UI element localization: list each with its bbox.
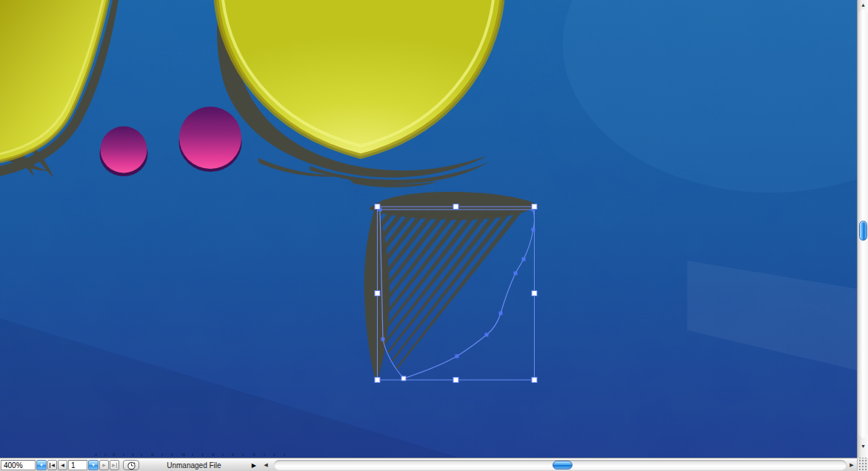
artwork-svg	[0, 0, 857, 458]
texture-tick	[181, 453, 185, 456]
selection-handle[interactable]	[453, 378, 458, 383]
texture-tick	[104, 453, 106, 456]
anchor-point-hollow[interactable]	[401, 376, 406, 381]
selection-handle[interactable]	[453, 204, 458, 210]
texture-tick	[222, 453, 224, 456]
texture-tick	[132, 453, 134, 456]
texture-tick	[273, 453, 276, 456]
pink-ball-large-shape	[179, 107, 241, 169]
scroll-left-arrow[interactable]: ◀	[261, 460, 271, 470]
zoom-level-field[interactable]: 400%	[1, 460, 36, 470]
bar-icon	[116, 463, 117, 468]
texture-tick	[141, 453, 142, 456]
right-arrow-icon: ▶	[102, 463, 106, 467]
document-canvas[interactable]	[0, 0, 857, 458]
texture-tick	[113, 453, 116, 456]
texture-tick	[264, 453, 265, 456]
vector-editor-window: ▲ ▼ 400% ▼ ◀ ◀ 1 ▼ ▶ ▶	[0, 0, 868, 471]
pink-ball-small[interactable]	[100, 127, 148, 177]
dropdown-arrow-icon: ▼	[39, 463, 44, 467]
texture-tick	[123, 453, 124, 456]
first-page-button[interactable]: ◀	[47, 460, 57, 470]
left-arrow-icon: ◀	[51, 463, 55, 467]
anchor-point[interactable]	[381, 338, 385, 341]
texture-tick	[232, 453, 234, 456]
clock-icon	[127, 461, 136, 470]
page-menu-button[interactable]: ▼	[88, 460, 99, 470]
next-page-button[interactable]: ▶	[99, 460, 109, 470]
texture-tick	[201, 453, 204, 456]
pink-ball-large[interactable]	[179, 107, 242, 172]
scroll-down-arrow[interactable]: ▼	[858, 441, 868, 451]
bar-icon	[50, 463, 50, 468]
anchor-point[interactable]	[455, 355, 459, 358]
anchor-point[interactable]	[499, 312, 503, 315]
timer-status-button[interactable]	[123, 460, 139, 470]
selection-handle[interactable]	[532, 378, 537, 383]
texture-tick	[242, 453, 244, 456]
texture-tick	[253, 453, 256, 456]
file-status-label: Unmanaged File	[142, 461, 246, 470]
previous-page-button[interactable]: ◀	[58, 460, 67, 470]
last-page-button[interactable]: ▶	[110, 460, 119, 470]
right-arrow-icon: ▶	[252, 462, 256, 469]
window-resize-grip[interactable]	[857, 458, 868, 471]
pink-ball-small-shape	[101, 127, 147, 173]
dropdown-arrow-icon: ▼	[91, 463, 96, 467]
anchor-point[interactable]	[532, 228, 535, 232]
selection-handle[interactable]	[532, 291, 537, 296]
status-bar: 400% ▼ ◀ ◀ 1 ▼ ▶ ▶ Unmanaged	[0, 458, 868, 471]
texture-tick	[192, 453, 193, 456]
vertical-scrollbar[interactable]: ▲ ▼	[857, 0, 868, 458]
selection-handle[interactable]	[375, 291, 380, 296]
texture-tick	[151, 453, 154, 456]
zoom-menu-button[interactable]: ▼	[36, 460, 47, 470]
texture-tick	[95, 453, 97, 456]
scroll-up-arrow[interactable]: ▲	[858, 0, 868, 10]
horizontal-scrollbar-thumb[interactable]	[552, 461, 572, 470]
right-arrow-icon: ▶	[112, 463, 116, 467]
page-number-field[interactable]: 1	[68, 460, 87, 470]
anchor-point[interactable]	[514, 272, 518, 275]
left-arrow-icon: ◀	[61, 463, 64, 467]
texture-tick	[171, 453, 173, 456]
texture-tick	[212, 453, 215, 456]
anchor-point[interactable]	[522, 258, 526, 261]
vertical-scrollbar-thumb[interactable]	[859, 221, 867, 241]
file-status-menu[interactable]: Unmanaged File ▶	[142, 458, 256, 471]
selection-handle[interactable]	[532, 204, 537, 210]
texture-tick	[161, 453, 163, 456]
anchor-point[interactable]	[485, 333, 489, 337]
texture-tick	[284, 453, 285, 456]
scroll-right-arrow[interactable]: ▶	[847, 460, 857, 470]
selection-handle[interactable]	[375, 378, 380, 383]
selection-handle[interactable]	[375, 204, 380, 210]
